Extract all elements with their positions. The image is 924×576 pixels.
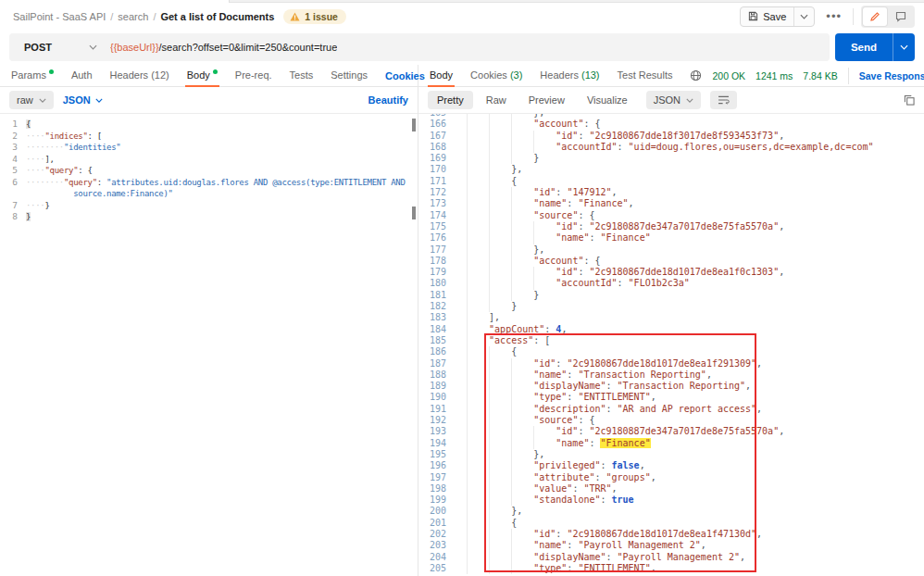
send-options-button[interactable] [893,33,915,61]
code-token: "Payroll Management 2" [578,540,700,550]
method-selector[interactable]: POST [9,42,110,53]
indent-guide [511,198,533,209]
comment-mode-button[interactable] [889,7,913,26]
indent-guide [489,198,511,209]
code-token: "id" [556,267,578,277]
indent-guide [489,176,511,187]
line-number: 178 [418,256,459,267]
code-token: , [651,472,656,482]
request-body-editor[interactable]: 1{2····"indices": [3········"identities"… [0,114,418,576]
code-token: "id" [556,131,578,141]
breadcrumb: SailPoint - SaaS API / search / Get a li… [13,11,274,22]
code-token: : { [583,256,600,266]
response-tab-headers[interactable]: Headers (13) [540,66,599,86]
code-line: 197"attribute": "groups", [418,472,924,483]
issue-badge[interactable]: 1 issue [283,9,346,24]
indent-guide [489,449,511,460]
breadcrumb-collection[interactable]: SailPoint - SaaS API [13,11,106,22]
code-token: : [556,358,567,369]
edit-mode-button[interactable] [863,7,887,26]
indent-guide [489,460,511,471]
code-line: 173"name": "Finance", [418,198,924,209]
code-token: : [600,495,611,505]
code-line: 182} [418,301,924,312]
line-number: 8 [0,211,24,223]
code-token [26,189,73,198]
chevron-down-icon [686,98,693,103]
view-tab-raw[interactable]: Raw [477,94,516,106]
line-number: 205 [418,563,459,574]
code-line: 195}, [418,449,924,460]
send-button[interactable]: Send [835,33,893,61]
breadcrumb-folder[interactable]: search [118,11,148,22]
response-tab-body[interactable]: Body [430,66,453,86]
line-number: 192 [418,415,459,426]
more-options-button[interactable]: ••• [822,9,845,23]
indent-guide [511,119,533,130]
response-language-selector[interactable]: JSON [646,91,701,109]
tab-body[interactable]: Body [187,66,218,86]
response-body-viewer[interactable]: 165},166"account": {167"id": "2c9180867d… [418,114,924,576]
body-mode-selector[interactable]: raw [9,91,54,109]
url-input[interactable]: {{baseUrl}}/search?offset=0&limit=250&co… [110,42,337,53]
line-number: 4 [0,154,24,166]
indent-guide [533,267,556,278]
indent-guide [467,529,489,540]
copy-response-button[interactable] [904,94,915,106]
tab-auth[interactable]: Auth [71,66,93,86]
view-tab-visualize[interactable]: Visualize [578,94,637,106]
indent-guide [511,142,533,153]
code-token: { [511,346,517,357]
indent-guide [511,221,533,232]
code-token: : [578,221,589,232]
code-line: 185"access": [ [418,335,924,346]
code-line: 6········"query": "attributes.uid:dougla… [0,177,418,189]
code-token: "AR and AP report access" [618,404,757,414]
tab-settings[interactable]: Settings [331,66,368,86]
code-token: ···· [26,155,44,164]
indent-guide [489,142,511,153]
search-highlight: "Finance" [600,438,650,448]
line-number: 201 [418,518,459,529]
response-tab-test-results[interactable]: Test Results [618,66,673,86]
response-tab-cookies[interactable]: Cookies (3) [470,66,522,86]
code-token: : [618,278,629,288]
indent-guide [467,472,489,483]
line-number [0,188,24,200]
request-tabs: ParamsAuthHeaders (12)BodyPre-req.TestsS… [0,65,418,87]
body-language-selector[interactable]: JSON [63,94,103,106]
code-line: 178"account": { [418,256,924,267]
code-token: } [511,301,517,311]
code-token: "query" [64,178,97,187]
indent-guide [533,221,556,232]
indent-guide [467,142,489,153]
code-token: ···· [26,201,44,210]
save-options-button[interactable] [794,7,814,26]
code-line: 201{ [418,518,924,529]
code-token: "id" [533,529,556,539]
tab-headers-12-[interactable]: Headers (12) [110,66,169,86]
wrap-lines-button[interactable] [710,91,737,109]
unsaved-dot [49,69,54,74]
save-response-button[interactable]: Save Response [859,70,924,81]
breadcrumb-request-name[interactable]: Get a list of Documents [160,11,274,22]
view-tab-preview[interactable]: Preview [519,94,574,106]
view-tab-pretty[interactable]: Pretty [428,91,473,109]
code-token: , [706,369,712,380]
active-request-tab[interactable] [0,0,230,3]
save-button[interactable]: Save [741,7,794,26]
code-token: "id" [556,426,578,436]
tab-tests[interactable]: Tests [290,66,314,86]
code-token: "id" [556,221,578,232]
network-info-icon[interactable] [690,69,702,81]
tab-pre-req-[interactable]: Pre-req. [235,66,272,86]
line-number: 195 [418,449,459,460]
beautify-link[interactable]: Beautify [368,94,408,106]
editor-scrollbar-thumb[interactable] [412,119,416,131]
line-number: 193 [418,426,459,437]
indent-guide [511,483,533,495]
indent-guide [467,483,489,495]
code-token: "privileged" [533,460,600,470]
tab-params[interactable]: Params [11,66,54,86]
indent-guide [511,369,533,381]
